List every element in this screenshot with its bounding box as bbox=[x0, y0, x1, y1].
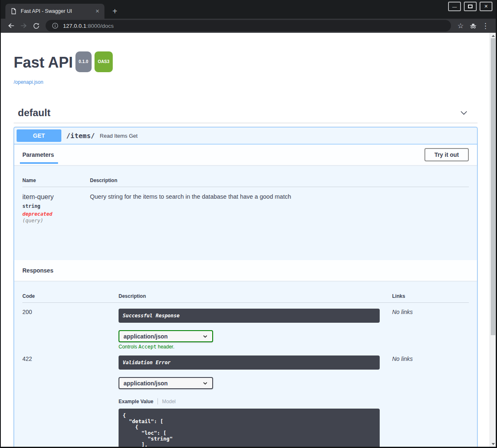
url-text: 127.0.0.1:8000/docs bbox=[63, 23, 114, 29]
response-links: No links bbox=[392, 355, 469, 447]
scrollbar-thumb[interactable] bbox=[491, 38, 495, 335]
example-json-block: { "detail": [ { "loc": [ "string" ], "ms… bbox=[119, 409, 380, 447]
scroll-up-button[interactable] bbox=[490, 33, 496, 39]
tab-model[interactable]: Model bbox=[162, 399, 176, 404]
try-it-out-button[interactable]: Try it out bbox=[424, 148, 469, 161]
reload-icon bbox=[32, 22, 40, 30]
parameters-table-header: Name Description bbox=[22, 178, 469, 187]
tag-section-default: default GET /items/ Read Items Get Param… bbox=[14, 103, 478, 447]
http-method-badge: GET bbox=[17, 129, 61, 142]
response-code: 200 bbox=[22, 309, 119, 350]
tab-title: Fast API - Swagger UI bbox=[21, 8, 94, 14]
response-links: No links bbox=[392, 309, 469, 350]
response-description-cell: Successful Response application/json Con… bbox=[119, 309, 392, 350]
media-type-select[interactable]: application/json bbox=[119, 330, 213, 342]
window-controls: — ✕ bbox=[448, 2, 492, 11]
minimize-button[interactable]: — bbox=[448, 2, 461, 11]
parameter-description: Query string for the items to search in … bbox=[90, 193, 469, 224]
tab-close-icon[interactable]: ✕ bbox=[94, 7, 101, 15]
browser-toolbar: 127.0.0.1:8000/docs ☆ ⋮ bbox=[1, 19, 496, 33]
parameter-deprecated-flag: deprecated bbox=[22, 211, 90, 217]
col-code: Code bbox=[22, 293, 119, 299]
parameters-table: Name Description item-query string depre… bbox=[14, 165, 477, 260]
responses-heading: Responses bbox=[22, 267, 53, 274]
reload-button[interactable] bbox=[30, 20, 42, 32]
note-prefix: Controls bbox=[119, 344, 138, 350]
parameter-type: string bbox=[22, 203, 90, 209]
active-tab-indicator bbox=[20, 162, 58, 164]
model-example-tabs: Example Value Model bbox=[119, 398, 392, 404]
col-name: Name bbox=[22, 178, 90, 183]
maximize-button[interactable] bbox=[464, 2, 477, 11]
media-type-select[interactable]: application/json bbox=[119, 377, 213, 389]
media-type-value: application/json bbox=[124, 380, 168, 387]
url-host: 127.0.0.1 bbox=[63, 23, 86, 29]
operation-summary[interactable]: GET /items/ Read Items Get bbox=[14, 127, 477, 144]
openapi-spec-link[interactable]: /openapi.json bbox=[14, 79, 43, 85]
scroll-down-icon bbox=[492, 443, 495, 445]
controls-accept-note: Controls Accept header. bbox=[119, 344, 392, 350]
bookmark-star-icon: ☆ bbox=[457, 22, 463, 30]
url-path: :8000/docs bbox=[86, 23, 114, 29]
bookmark-button[interactable]: ☆ bbox=[454, 20, 467, 32]
chevron-down-icon bbox=[202, 380, 208, 386]
forward-icon bbox=[19, 22, 28, 30]
responses-table: Code Description Links 200 Successful Re… bbox=[14, 281, 477, 447]
document-icon bbox=[10, 8, 17, 15]
parameter-location: (query) bbox=[22, 218, 90, 224]
chevron-down-icon[interactable] bbox=[459, 108, 468, 117]
chevron-down-icon bbox=[202, 334, 208, 339]
swagger-content: Fast API0.1.0OAS3 /openapi.json default … bbox=[14, 33, 478, 447]
parameters-tab[interactable]: Parameters bbox=[22, 151, 54, 158]
tab-divider bbox=[158, 398, 158, 404]
response-description: Validation Error bbox=[119, 355, 380, 370]
swagger-page: Fast API0.1.0OAS3 /openapi.json default … bbox=[1, 33, 496, 447]
parameter-name: item-query bbox=[22, 193, 90, 201]
back-icon bbox=[7, 22, 15, 30]
note-accept-code: Accept bbox=[138, 344, 156, 350]
browser-menu-button[interactable]: ⋮ bbox=[479, 20, 492, 32]
operation-path: /items/ bbox=[66, 132, 95, 140]
example-json: { "detail": [ { "loc": [ "string" ], "ms… bbox=[123, 413, 376, 447]
api-title-text: Fast API bbox=[14, 54, 73, 71]
parameter-row: item-query string deprecated (query) Que… bbox=[22, 187, 469, 224]
response-description: Successful Response bbox=[119, 309, 380, 323]
new-tab-button[interactable]: + bbox=[109, 6, 120, 17]
address-bar[interactable]: 127.0.0.1:8000/docs bbox=[46, 20, 451, 32]
page-info-icon[interactable] bbox=[51, 22, 59, 29]
api-title: Fast API0.1.0OAS3 bbox=[14, 54, 478, 77]
tag-header[interactable]: default bbox=[14, 103, 478, 123]
incognito-indicator bbox=[467, 20, 479, 32]
scroll-up-icon bbox=[492, 35, 495, 37]
tab-example-value[interactable]: Example Value bbox=[119, 399, 153, 404]
operation-summary-text: Read Items Get bbox=[100, 133, 138, 139]
operation-block-get-items: GET /items/ Read Items Get Parameters Tr… bbox=[14, 127, 478, 447]
responses-section-header: Responses bbox=[14, 260, 477, 281]
version-badge: 0.1.0 bbox=[75, 51, 92, 72]
media-type-value: application/json bbox=[124, 333, 168, 340]
oas3-badge: OAS3 bbox=[94, 51, 113, 73]
col-resp-description: Description bbox=[119, 293, 392, 299]
close-window-button[interactable]: ✕ bbox=[480, 2, 492, 11]
tab-strip: Fast API - Swagger UI ✕ + — ✕ bbox=[1, 0, 496, 19]
response-row-422: 422 Validation Error application/json Ex… bbox=[22, 350, 469, 447]
kebab-menu-icon: ⋮ bbox=[482, 22, 489, 30]
close-icon: ✕ bbox=[484, 4, 488, 9]
response-code: 422 bbox=[22, 355, 119, 447]
parameters-section-header: Parameters Try it out bbox=[14, 144, 477, 165]
tag-name: default bbox=[18, 107, 51, 119]
response-description-cell: Validation Error application/json Exampl… bbox=[119, 355, 392, 447]
forward-button[interactable] bbox=[17, 20, 30, 32]
col-links: Links bbox=[392, 293, 469, 299]
browser-window: Fast API - Swagger UI ✕ + — ✕ bbox=[0, 0, 497, 448]
maximize-icon bbox=[468, 5, 473, 8]
minimize-icon: — bbox=[452, 4, 457, 9]
parameter-meta: item-query string deprecated (query) bbox=[22, 193, 90, 224]
vertical-scrollbar[interactable] bbox=[490, 33, 496, 447]
note-suffix: header. bbox=[156, 344, 174, 350]
scroll-down-button[interactable] bbox=[490, 441, 496, 447]
incognito-icon bbox=[469, 22, 477, 30]
col-description: Description bbox=[90, 178, 469, 183]
back-button[interactable] bbox=[5, 20, 17, 32]
browser-tab[interactable]: Fast API - Swagger UI ✕ bbox=[5, 4, 104, 19]
